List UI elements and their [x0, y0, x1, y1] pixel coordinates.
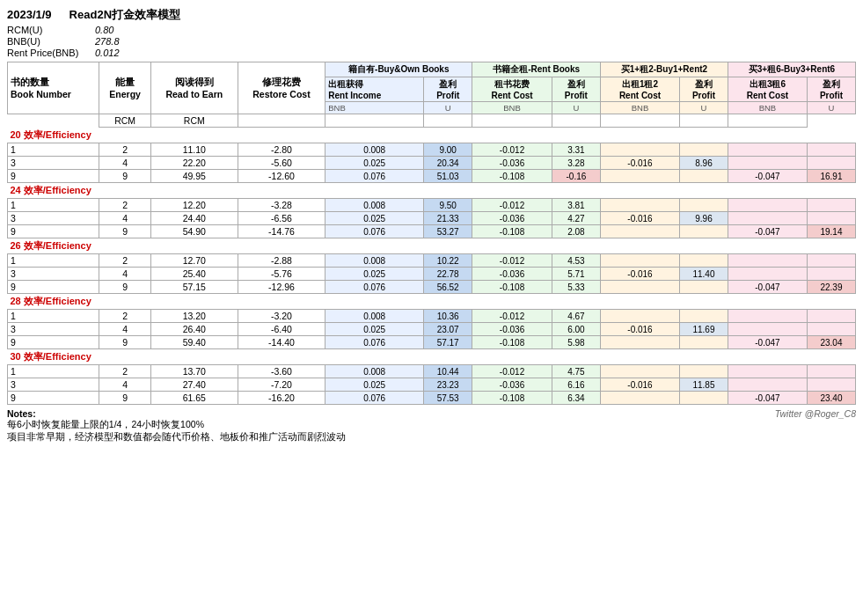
cell-b3r6-cost — [728, 365, 807, 378]
cell-rent-income: 0.025 — [325, 378, 424, 392]
cell-restore: -3.28 — [238, 199, 325, 212]
table-row: 1212.70-2.880.00810.22-0.0124.53 — [8, 254, 856, 268]
table-row: 9959.40-14.400.07657.17-0.1085.98-0.0472… — [8, 336, 856, 349]
cell-b1r2-cost — [601, 225, 680, 238]
cell-rent-cost: -0.108 — [472, 170, 552, 183]
table-row: 3422.20-5.600.02520.34-0.0363.28-0.0168.… — [8, 157, 856, 170]
cell-rent-income: 0.076 — [325, 225, 424, 238]
cell-rent-cost: -0.036 — [472, 378, 552, 392]
cell-rent-income: 0.008 — [325, 199, 424, 212]
main-table: 书的数量Book Number 能量Energy 阅读得到Read to Ear… — [7, 62, 856, 405]
cell-profit-b1r2: 11.40 — [680, 268, 728, 281]
cell-rent-cost: -0.108 — [472, 281, 552, 294]
table-row: 1213.20-3.200.00810.36-0.0124.67 — [8, 310, 856, 323]
cell-books: 3 — [8, 212, 99, 225]
cell-b3r6-cost — [728, 378, 807, 392]
cell-rent-income: 0.008 — [325, 143, 424, 157]
cell-energy: 4 — [99, 378, 151, 392]
cell-restore: -14.76 — [238, 225, 325, 238]
table-row: 3426.40-6.400.02523.07-0.0366.00-0.01611… — [8, 323, 856, 336]
table-row: 3425.40-5.760.02522.78-0.0365.71-0.01611… — [8, 268, 856, 281]
cell-read: 25.40 — [150, 268, 238, 281]
cell-profit-b1r2: 11.85 — [680, 378, 728, 392]
table-row: 9957.15-12.960.07656.52-0.1085.33-0.0472… — [8, 281, 856, 294]
table-row: 3427.40-7.200.02523.23-0.0366.16-0.01611… — [8, 378, 856, 392]
cell-profit-own: 9.00 — [424, 143, 472, 157]
cell-profit-b1r2 — [680, 199, 728, 212]
efficiency-row: 28 效率/Efficiency — [8, 294, 856, 310]
cell-read: 57.15 — [150, 281, 238, 294]
cell-profit-b1r2 — [680, 310, 728, 323]
cell-energy: 9 — [99, 170, 151, 183]
bnb-label: BNB(U) — [7, 36, 95, 47]
cell-profit-b1r2 — [680, 170, 728, 183]
cell-b1r2-cost — [601, 254, 680, 268]
col-rent-income: 出租获得Rent Income — [325, 77, 424, 102]
cell-read: 26.40 — [150, 323, 238, 336]
efficiency-label: 24 效率/Efficiency — [8, 183, 856, 199]
efficiency-label: 28 效率/Efficiency — [8, 294, 856, 310]
cell-books: 3 — [8, 378, 99, 392]
cell-b3r6-cost: -0.047 — [728, 281, 807, 294]
cell-restore: -3.60 — [238, 365, 325, 378]
cell-profit-b3r6 — [807, 212, 855, 225]
cell-rent-cost: -0.108 — [472, 336, 552, 349]
cell-read: 12.20 — [150, 199, 238, 212]
notes-label: Notes: — [7, 408, 36, 419]
cell-read: 22.20 — [150, 157, 238, 170]
cell-b1r2-cost: -0.016 — [601, 378, 680, 392]
cell-energy: 9 — [99, 392, 151, 405]
cell-profit-b3r6 — [807, 157, 855, 170]
cell-profit-own: 56.52 — [424, 281, 472, 294]
cell-profit-b1r2 — [680, 281, 728, 294]
bnb-value: 278.8 — [95, 36, 165, 47]
cell-books: 1 — [8, 199, 99, 212]
table-row: 9949.95-12.600.07651.03-0.108-0.16-0.047… — [8, 170, 856, 183]
cell-energy: 4 — [99, 268, 151, 281]
unit-rent-cost: BNB — [472, 102, 552, 114]
cell-restore: -7.20 — [238, 378, 325, 392]
cell-profit-b3r6 — [807, 268, 855, 281]
col-group-buy3rent6: 买3+租6-Buy3+Rent6 — [728, 62, 855, 77]
cell-b3r6-cost — [728, 254, 807, 268]
notes-section: Notes: Twitter @Roger_C8 每6小时恢复能量上限的1/4，… — [7, 408, 856, 444]
cell-rent-cost: -0.012 — [472, 199, 552, 212]
cell-rent-cost: -0.108 — [472, 392, 552, 405]
cell-b3r6-cost: -0.047 — [728, 170, 807, 183]
table-row: 9954.90-14.760.07653.27-0.1082.08-0.0471… — [8, 225, 856, 238]
cell-energy: 4 — [99, 157, 151, 170]
cell-profit-own: 51.03 — [424, 170, 472, 183]
cell-rent-income: 0.076 — [325, 281, 424, 294]
cell-profit-own: 20.34 — [424, 157, 472, 170]
cell-b3r6-cost — [728, 157, 807, 170]
col-read-to-earn: 阅读得到Read to Earn — [150, 62, 238, 114]
efficiency-row: 26 效率/Efficiency — [8, 238, 856, 254]
cell-profit-rent: 4.53 — [552, 254, 600, 268]
cell-profit-b1r2: 11.69 — [680, 323, 728, 336]
cell-profit-rent: 5.33 — [552, 281, 600, 294]
efficiency-row: 24 效率/Efficiency — [8, 183, 856, 199]
col-profit-rent: 盈利Profit — [552, 77, 600, 102]
efficiency-row: 30 效率/Efficiency — [8, 349, 856, 365]
cell-profit-rent: 3.28 — [552, 157, 600, 170]
efficiency-label: 26 效率/Efficiency — [8, 238, 856, 254]
cell-profit-rent: 6.34 — [552, 392, 600, 405]
cell-profit-rent: 4.27 — [552, 212, 600, 225]
cell-b3r6-cost — [728, 323, 807, 336]
cell-b3r6-cost — [728, 199, 807, 212]
unit-profit-b1r2: U — [680, 102, 728, 114]
cell-profit-b1r2: 9.96 — [680, 212, 728, 225]
unit-row2: RCM RCM — [8, 114, 856, 128]
col-book-number: 书的数量Book Number — [8, 62, 99, 114]
col-group-rent: 书籍全租-Rent Books — [472, 62, 601, 77]
unit-profit-rent: U — [552, 102, 600, 114]
cell-energy: 2 — [99, 254, 151, 268]
cell-b1r2-cost — [601, 199, 680, 212]
cell-profit-b3r6 — [807, 310, 855, 323]
cell-rent-cost: -0.108 — [472, 225, 552, 238]
cell-profit-b3r6 — [807, 254, 855, 268]
cell-rent-cost: -0.036 — [472, 212, 552, 225]
cell-profit-own: 23.07 — [424, 323, 472, 336]
cell-restore: -2.88 — [238, 254, 325, 268]
cell-restore: -5.76 — [238, 268, 325, 281]
